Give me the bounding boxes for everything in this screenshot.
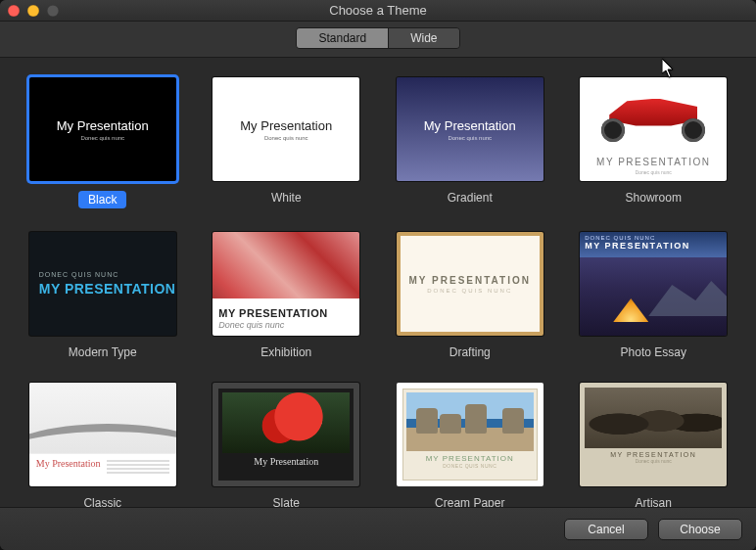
theme-exhibition[interactable]: MY PRESENTATION Donec quis nunc Exhibiti… xyxy=(210,232,364,359)
aspect-ratio-bar: Standard Wide xyxy=(0,22,756,58)
theme-thumbnail: MY PRESENTATION Donec quis nunc xyxy=(580,77,727,181)
theme-black[interactable]: My Presentation Donec quis nunc Black xyxy=(25,77,180,208)
theme-gradient[interactable]: My Presentation Donec quis nunc Gradient xyxy=(393,77,547,208)
segment-standard[interactable]: Standard xyxy=(297,28,388,48)
dialog-footer: Cancel Choose xyxy=(0,507,756,550)
bridge-icon xyxy=(29,383,176,453)
aspect-ratio-segmented: Standard Wide xyxy=(296,27,459,49)
theme-thumbnail: MY PRESENTATION DONEC QUIS NUNC xyxy=(397,232,543,336)
titlebar: Choose a Theme xyxy=(0,0,756,22)
theme-label: Slate xyxy=(210,496,364,507)
preset-subtitle: Donec quis nunc xyxy=(580,169,727,175)
theme-modern-type[interactable]: DONEC QUIS NUNC MY PRESENTATION Modern T… xyxy=(25,232,180,359)
preset-title: MY PRESENTATION xyxy=(39,281,176,297)
preset-subtitle: Donec quis nunc xyxy=(264,135,308,141)
preset-subtitle: Donec quis nunc xyxy=(585,458,722,464)
preset-subtitle: Donec quis nunc xyxy=(218,320,284,330)
theme-label: Classic xyxy=(25,496,180,507)
preset-title: My Presentation xyxy=(240,118,332,133)
preset-subtitle: DONEC QUIS NUNC xyxy=(427,288,512,294)
preset-title: MY PRESENTATION xyxy=(585,451,722,458)
preset-title: MY PRESENTATION xyxy=(580,157,727,167)
theme-label: Black xyxy=(25,191,180,208)
theme-showroom[interactable]: MY PRESENTATION Donec quis nunc Showroom xyxy=(577,77,732,208)
theme-thumbnail: DONEC QUIS NUNC MY PRESENTATION xyxy=(29,232,176,336)
theme-label: Exhibition xyxy=(210,345,364,359)
theme-label: Cream Paper xyxy=(393,496,547,507)
preset-subtitle: DONEC QUIS NUNC xyxy=(406,463,534,469)
motorcycle-icon xyxy=(580,77,727,157)
theme-label: Showroom xyxy=(577,191,732,205)
theme-label: White xyxy=(210,191,364,205)
theme-thumbnail: MY PRESENTATION Donec quis nunc xyxy=(213,232,359,336)
preset-title: My Presentation xyxy=(57,118,149,133)
theme-label: Artisan xyxy=(577,496,732,507)
theme-white[interactable]: My Presentation Donec quis nunc White xyxy=(210,77,364,208)
theme-label: Modern Type xyxy=(25,345,180,359)
preset-subtitle: Donec quis nunc xyxy=(448,135,492,141)
window-title: Choose a Theme xyxy=(0,3,756,18)
theme-label: Gradient xyxy=(393,191,547,205)
choose-button[interactable]: Choose xyxy=(658,519,742,540)
preset-subtitle: DONEC QUIS NUNC xyxy=(39,271,119,278)
preset-title: MY PRESENTATION xyxy=(406,454,534,463)
window-controls xyxy=(8,5,59,17)
preset-subtitle: Donec quis nunc xyxy=(80,135,124,141)
theme-thumbnail: My Presentation Donec quis nunc xyxy=(29,77,176,181)
parrot-icon xyxy=(222,392,350,453)
tent-icon xyxy=(613,298,648,322)
theme-label: Drafting xyxy=(393,345,547,359)
cancel-button[interactable]: Cancel xyxy=(564,519,648,540)
preset-title: My Presentation xyxy=(424,118,516,133)
theme-thumbnail: MY PRESENTATION DONEC QUIS NUNC xyxy=(397,383,543,486)
theme-grid: My Presentation Donec quis nunc Black My… xyxy=(25,77,731,507)
theme-thumbnail: My Presentation Donec quis nunc xyxy=(397,77,543,181)
theme-grid-scroller[interactable]: My Presentation Donec quis nunc Black My… xyxy=(0,58,756,507)
theme-chooser-window: Choose a Theme Standard Wide My Presenta… xyxy=(0,0,756,550)
theme-thumbnail: DONEC QUIS NUNC MY PRESENTATION xyxy=(580,232,727,336)
theme-thumbnail: MY PRESENTATION Donec quis nunc xyxy=(580,383,727,486)
theme-artisan[interactable]: MY PRESENTATION Donec quis nunc Artisan xyxy=(577,383,732,507)
theme-cream-paper[interactable]: MY PRESENTATION DONEC QUIS NUNC Cream Pa… xyxy=(393,383,547,507)
preset-title: My Presentation xyxy=(222,456,350,467)
theme-drafting[interactable]: MY PRESENTATION DONEC QUIS NUNC Drafting xyxy=(393,232,547,359)
preset-title: MY PRESENTATION xyxy=(218,307,327,319)
theme-label: Photo Essay xyxy=(577,345,732,359)
theme-photo-essay[interactable]: DONEC QUIS NUNC MY PRESENTATION Photo Es… xyxy=(577,232,732,359)
zoom-icon[interactable] xyxy=(47,5,59,17)
minimize-icon[interactable] xyxy=(27,5,39,17)
theme-thumbnail: My Presentation xyxy=(29,383,176,486)
theme-slate[interactable]: My Presentation Slate xyxy=(210,383,364,507)
preset-title: MY PRESENTATION xyxy=(409,275,531,286)
close-icon[interactable] xyxy=(8,5,20,17)
pottery-icon xyxy=(585,388,722,448)
theme-thumbnail: My Presentation xyxy=(213,383,359,486)
segment-wide[interactable]: Wide xyxy=(388,28,458,48)
preset-title: MY PRESENTATION xyxy=(585,241,722,251)
theme-thumbnail: My Presentation Donec quis nunc xyxy=(213,77,359,181)
preset-title: My Presentation xyxy=(36,458,101,469)
theme-classic[interactable]: My Presentation Classic xyxy=(25,383,180,507)
seascape-icon xyxy=(406,392,534,451)
